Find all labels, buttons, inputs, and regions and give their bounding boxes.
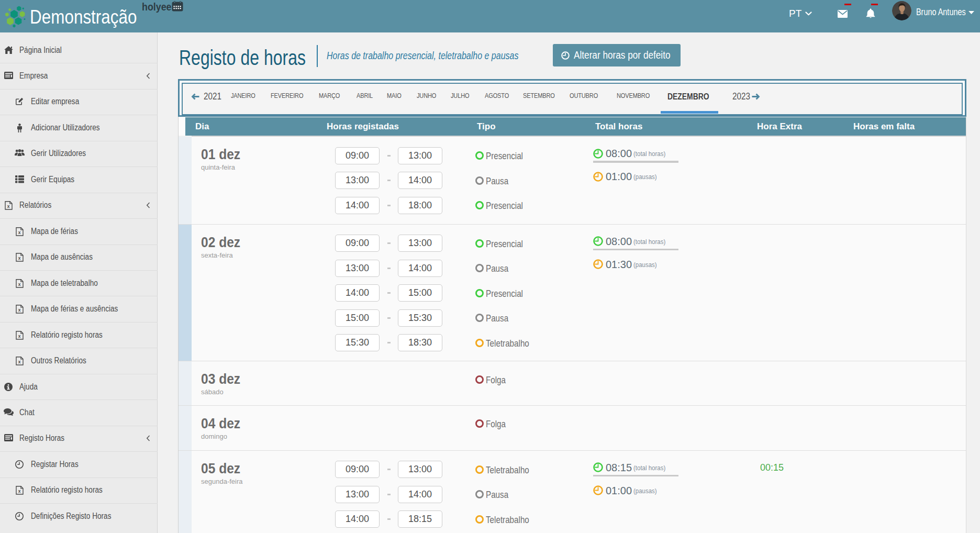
- svg-text:x: x: [18, 489, 20, 494]
- svg-text:x: x: [18, 256, 20, 261]
- svg-text:x: x: [18, 282, 20, 287]
- svg-text:x: x: [18, 334, 20, 339]
- svg-text:x: x: [18, 307, 20, 313]
- svg-text:x: x: [7, 204, 9, 209]
- svg-text:x: x: [18, 359, 20, 364]
- svg-text:x: x: [18, 230, 20, 235]
